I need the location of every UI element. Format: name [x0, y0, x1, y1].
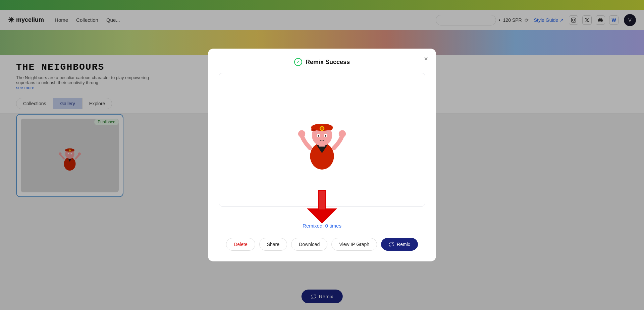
modal-close-button[interactable]: × — [424, 55, 428, 62]
svg-point-25 — [321, 127, 324, 130]
share-button[interactable]: Share — [259, 238, 287, 251]
svg-rect-23 — [311, 129, 316, 131]
modal-header: ✓ Remix Success — [294, 58, 350, 66]
modal-overlay[interactable]: ✓ Remix Success × — [0, 0, 644, 310]
down-arrow-overlay — [307, 190, 337, 225]
svg-point-30 — [318, 135, 319, 136]
svg-point-26 — [298, 130, 305, 137]
delete-button[interactable]: Delete — [226, 238, 255, 251]
remix-btn-icon — [389, 242, 394, 247]
view-ip-graph-button[interactable]: View IP Graph — [331, 238, 377, 251]
download-button[interactable]: Download — [291, 238, 327, 251]
down-arrow-icon — [307, 190, 337, 224]
svg-point-27 — [339, 130, 346, 137]
svg-point-31 — [325, 135, 326, 136]
remix-success-modal: ✓ Remix Success × — [208, 49, 436, 261]
modal-image-box — [219, 73, 425, 207]
svg-marker-33 — [307, 208, 337, 224]
modal-character-image — [295, 106, 349, 173]
success-check-icon: ✓ — [294, 58, 302, 66]
modal-title: Remix Success — [306, 59, 350, 66]
modal-actions: Delete Share Download View IP Graph Remi… — [226, 238, 418, 251]
remix-button[interactable]: Remix — [381, 238, 418, 251]
svg-rect-34 — [319, 191, 325, 209]
